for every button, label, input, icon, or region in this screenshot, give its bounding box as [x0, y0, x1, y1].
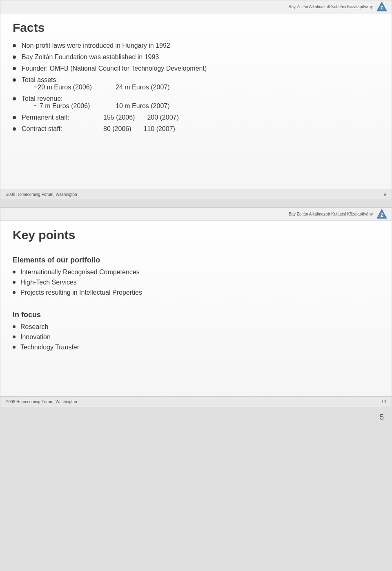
- facts-list: Non-profit laws were introduced in Hunga…: [13, 42, 379, 133]
- list-item: Innovation: [13, 333, 379, 341]
- slide-title: Facts: [0, 13, 392, 38]
- bullet-icon: [13, 335, 16, 338]
- bullet-icon: [13, 346, 16, 349]
- list-item: Research: [13, 323, 379, 331]
- bullet-icon: [13, 78, 16, 82]
- section2-list: Research Innovation Technology Transfer: [13, 323, 379, 351]
- logo-icon: Z: [376, 1, 388, 13]
- sub-indent: ~20 m Euros (2006) 24 m Euros (2007): [22, 84, 182, 91]
- list-item: Permanent staff: 155 (2006) 200 (2007): [13, 114, 379, 121]
- list-item: Internationally Recognised Competences: [13, 269, 379, 276]
- bullet-icon: [13, 127, 16, 131]
- facts-value: 80 (2006): [103, 125, 131, 133]
- header-org-name: Bay Zoltán Alkalmazott Kutatási Közalapí…: [289, 212, 373, 216]
- slide-key-points: Bay Zoltán Alkalmazott Kutatási Közalapí…: [0, 207, 392, 407]
- bullet-icon: [13, 116, 16, 119]
- facts-value2: 200 (2007): [147, 114, 178, 121]
- slide-facts: Bay Zoltán Alkalmazott Kutatási Közalapí…: [0, 0, 392, 200]
- item-text: Internationally Recognised Competences: [20, 269, 140, 276]
- footer-left: 2008 Homecoming Forum, Washington: [6, 400, 77, 404]
- list-item: Total assets: ~20 m Euros (2006) 24 m Eu…: [13, 76, 379, 91]
- slide-content: Elements of our portfolio Internationall…: [0, 245, 392, 358]
- bullet-icon: [13, 44, 16, 47]
- facts-row: ~20 m Euros (2006) 24 m Euros (2007): [34, 84, 182, 91]
- header-org-name: Bay Zoltán Alkalmazott Kutatási Közalapí…: [289, 4, 373, 9]
- logo-icon: Z: [376, 209, 388, 220]
- item-text: Founder: OMFB (National Council for Tech…: [22, 65, 207, 72]
- footer-left: 2008 Homecoming Forum, Washington: [6, 192, 77, 197]
- list-item: Founder: OMFB (National Council for Tech…: [13, 65, 379, 72]
- bullet-icon: [13, 97, 16, 100]
- facts-label: Permanent staff:: [22, 114, 103, 121]
- item-text: Technology Transfer: [20, 344, 79, 351]
- footer-page: 10: [381, 400, 386, 404]
- sub-indent: ~ 7 m Euros (2006) 10 m Euros (2007): [22, 102, 182, 110]
- bullet-icon: [13, 325, 16, 328]
- item-text: Research: [20, 323, 48, 331]
- item-with-sub: Total assets: ~20 m Euros (2006) 24 m Eu…: [22, 76, 182, 91]
- list-item: High-Tech Services: [13, 279, 379, 286]
- facts-row-inline: Permanent staff: 155 (2006) 200 (2007): [22, 114, 191, 121]
- item-with-sub: Total revenue: ~ 7 m Euros (2006) 10 m E…: [22, 95, 182, 110]
- facts-value: 24 m Euros (2007): [116, 84, 170, 91]
- section2-heading: In focus: [13, 311, 379, 319]
- facts-label: ~ 7 m Euros (2006): [34, 102, 116, 110]
- svg-text:Z: Z: [381, 213, 383, 218]
- section-divider: [13, 299, 379, 304]
- slide-footer: 2008 Homecoming Forum, Washington 10: [0, 396, 392, 407]
- bottom-page-area: 5: [0, 411, 392, 424]
- list-item: Total revenue: ~ 7 m Euros (2006) 10 m E…: [13, 95, 379, 110]
- item-text: Innovation: [20, 333, 51, 341]
- svg-text:Z: Z: [381, 6, 383, 10]
- section1-heading: Elements of our portfolio: [13, 256, 379, 264]
- facts-value: 155 (2006): [103, 114, 135, 121]
- slide-content: Non-profit laws were introduced in Hunga…: [0, 38, 392, 141]
- item-text: Total revenue:: [22, 95, 63, 102]
- bullet-icon: [13, 271, 16, 273]
- facts-label: ~20 m Euros (2006): [34, 84, 116, 91]
- list-item: Technology Transfer: [13, 344, 379, 351]
- slide-gap: [0, 203, 392, 207]
- list-item: Non-profit laws were introduced in Hunga…: [13, 42, 379, 49]
- bullet-icon: [13, 291, 16, 294]
- bullet-icon: [13, 67, 16, 70]
- item-text: Total assets:: [22, 76, 58, 83]
- facts-value: 10 m Euros (2007): [116, 102, 170, 110]
- bottom-page-number: 5: [380, 413, 384, 422]
- facts-row: ~ 7 m Euros (2006) 10 m Euros (2007): [34, 102, 182, 110]
- item-text: Bay Zoltán Foundation was established in…: [22, 53, 159, 61]
- section1-list: Internationally Recognised Competences H…: [13, 269, 379, 296]
- item-text: Non-profit laws were introduced in Hunga…: [22, 42, 170, 49]
- slide-header: Bay Zoltán Alkalmazott Kutatási Közalapí…: [0, 0, 392, 13]
- slide-title: Key points: [0, 221, 392, 245]
- bullet-icon: [13, 281, 16, 284]
- footer-page: 9: [383, 192, 386, 197]
- slide-footer: 2008 Homecoming Forum, Washington 9: [0, 189, 392, 200]
- list-item: Projects resulting in Intellectual Prope…: [13, 289, 379, 296]
- bullet-icon: [13, 56, 16, 59]
- list-item: Contract staff: 80 (2006) 110 (2007): [13, 125, 379, 133]
- list-item: Bay Zoltán Foundation was established in…: [13, 53, 379, 61]
- slide-header: Bay Zoltán Alkalmazott Kutatási Közalapí…: [0, 208, 392, 221]
- facts-row-inline: Contract staff: 80 (2006) 110 (2007): [22, 125, 187, 133]
- item-text: Projects resulting in Intellectual Prope…: [20, 289, 142, 296]
- facts-label: Contract staff:: [22, 125, 103, 133]
- facts-value2: 110 (2007): [144, 125, 175, 133]
- item-text: High-Tech Services: [20, 279, 77, 286]
